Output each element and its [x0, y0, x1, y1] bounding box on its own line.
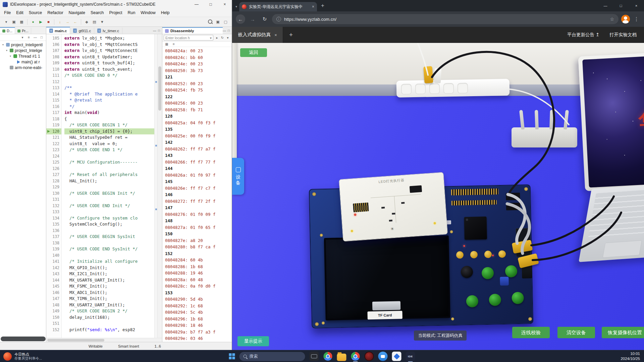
save-all-icon[interactable]: ▦ [18, 18, 25, 25]
open-element-icon[interactable]: ▼ [99, 18, 106, 25]
power-adapter-plug[interactable] [423, 66, 433, 83]
line-number[interactable]: 130 [46, 190, 61, 197]
code-line[interactable]: extern uint8_t UpdateTimer; [64, 54, 154, 60]
line-number[interactable]: 127 [46, 172, 61, 178]
line-number[interactable]: 106 [46, 42, 61, 48]
line-number[interactable]: 111 [46, 72, 61, 79]
code-line[interactable]: uint8_t value = 0; [64, 141, 154, 147]
code-line[interactable]: /* Initialize all configure [64, 258, 154, 265]
code-line[interactable]: */ [64, 104, 154, 110]
code-line[interactable]: /** [64, 85, 154, 91]
code-line[interactable]: MX_USART2_UART_Init(); [64, 302, 154, 308]
clear-devices-button[interactable]: 清空设备 [557, 327, 595, 338]
line-number[interactable]: 132 [46, 203, 61, 209]
yellow-button[interactable] [498, 250, 506, 258]
trimpot[interactable] [500, 277, 509, 286]
laptop-keyboard[interactable] [579, 183, 644, 262]
line-number[interactable]: 114 [46, 91, 61, 98]
disassembly-content[interactable]: 0804824a: 00 230804824c: bb 600804824e: … [162, 47, 232, 342]
editor-tab-lv_timer.c[interactable]: lv_timer.c [94, 27, 122, 34]
address-bar[interactable]: i https://www.yyzlab.com.cn/ ☆ [272, 14, 619, 24]
line-number[interactable]: 113 [46, 85, 61, 91]
add-sim-tab-button[interactable]: + [289, 31, 293, 39]
wifi-router[interactable] [512, 127, 577, 147]
yellow-button[interactable] [456, 251, 464, 258]
menu-refactor[interactable]: Refactor [45, 10, 66, 16]
debug-icon[interactable]: ● [30, 18, 37, 25]
code-line[interactable] [64, 184, 154, 190]
usb-charger-plug[interactable] [434, 68, 441, 83]
menu-run[interactable]: Run [125, 10, 138, 16]
code-line[interactable] [64, 166, 154, 172]
browser-minimize-button[interactable]: — [598, 0, 613, 11]
forward-button[interactable]: → [248, 14, 257, 24]
code-line[interactable]: MX_FSMC_Init(); [64, 283, 154, 290]
messenger-icon[interactable] [378, 352, 388, 361]
code-line[interactable]: extern lv_obj_t *Msgbox; [64, 35, 154, 42]
tab-close-icon[interactable]: × [312, 4, 314, 9]
code-line[interactable]: MX_ADC1_Init(); [64, 290, 154, 296]
line-number[interactable]: 125 [46, 159, 61, 166]
power-strip[interactable] [396, 79, 510, 98]
ide-minimize-button[interactable]: — [190, 0, 204, 9]
explorer-tab-0[interactable]: D... [0, 27, 15, 34]
code-line[interactable]: * @retval int [64, 97, 154, 104]
line-number[interactable]: 110 [46, 66, 61, 73]
line-number[interactable]: 145 [46, 283, 61, 290]
editor-h-scrollbar[interactable] [46, 338, 162, 342]
code-line[interactable]: /* USER CODE BEGIN 1 */ [64, 122, 154, 128]
wiring-check-button[interactable]: 连线校验 [512, 327, 550, 338]
browser-tab[interactable]: 实验页-华清远见元宇宙实验中 × [239, 2, 317, 11]
code-line[interactable]: /* Reset of all peripherals [64, 172, 154, 178]
code-line[interactable]: * @brief The application e [64, 91, 154, 98]
save-icon[interactable]: ▣ [10, 18, 17, 25]
line-number[interactable]: 135 [46, 221, 61, 228]
code-line[interactable]: /* USER CODE END Init */ [64, 203, 154, 209]
line-number[interactable]: 134 [46, 215, 61, 222]
tree-item[interactable]: main() at r [0, 59, 46, 65]
line-number[interactable]: 119 [46, 122, 61, 128]
line-number[interactable]: 123 [46, 147, 61, 153]
combo-dropdown-icon[interactable]: ▾ [210, 36, 212, 40]
menu-source[interactable]: Source [26, 10, 45, 16]
line-number[interactable]: 138 [46, 240, 61, 246]
line-number[interactable]: 150 [46, 314, 61, 321]
line-number[interactable]: 133 [46, 209, 61, 215]
file-explorer-icon[interactable] [337, 354, 346, 361]
bookmark-star-icon[interactable]: ☆ [610, 16, 614, 22]
line-number[interactable]: 139 [46, 246, 61, 252]
code-line[interactable]: /* USER CODE BEGIN 2 */ [64, 308, 154, 314]
back-button[interactable]: ← [236, 14, 245, 24]
browser-maximize-button[interactable]: □ [613, 0, 629, 11]
line-number[interactable]: 148 [46, 302, 61, 308]
maximize-panel-icon[interactable]: □ [228, 29, 230, 33]
line-number[interactable]: 126 [46, 166, 61, 172]
line-number[interactable]: 105 [46, 35, 61, 42]
sim-3d-scene[interactable]: 华 [232, 43, 644, 350]
menu-edit[interactable]: Edit [13, 10, 26, 16]
reset-camera-button[interactable]: 恢复摄像机位置 [602, 327, 644, 338]
line-number[interactable]: 121 [46, 134, 61, 141]
line-number[interactable]: 147 [46, 296, 61, 302]
code-line[interactable]: extern uint8_t touch_buf[4]; [64, 60, 154, 66]
menu-help[interactable]: Help [158, 10, 172, 16]
platform-notice-link[interactable]: 平台更新公告 ↥ [567, 32, 599, 38]
ide-titlebar[interactable]: IDEworkspace - project_Inteligentlight_s… [0, 0, 232, 9]
led-actuator-board[interactable]: LED灯光执行器 ☀ [339, 172, 448, 241]
sim-tab[interactable]: 嵌入式虚拟仿真 × [232, 27, 283, 43]
menu-file[interactable]: File [1, 10, 13, 16]
diamond-app-icon[interactable] [392, 352, 401, 361]
code-line[interactable]: HAL_Init(); [64, 178, 154, 184]
perspective-debug-icon[interactable]: ▣ [214, 18, 221, 25]
search-icon[interactable] [207, 18, 214, 25]
maximize-panel-icon[interactable]: □ [39, 36, 44, 39]
code-line[interactable]: /* USER CODE END SysInit */ [64, 246, 154, 252]
green-knob[interactable] [505, 265, 518, 278]
browser-close-button[interactable]: × [629, 0, 644, 11]
code-line[interactable] [64, 79, 154, 85]
menu-search[interactable]: Search [88, 10, 107, 16]
minimize-panel-icon[interactable]: — [223, 29, 226, 33]
menu-navigate[interactable]: Navigate [66, 10, 88, 16]
minimize-editor-icon[interactable]: — [153, 29, 156, 33]
code-line[interactable]: MX_TIM6_Init(); [64, 296, 154, 302]
